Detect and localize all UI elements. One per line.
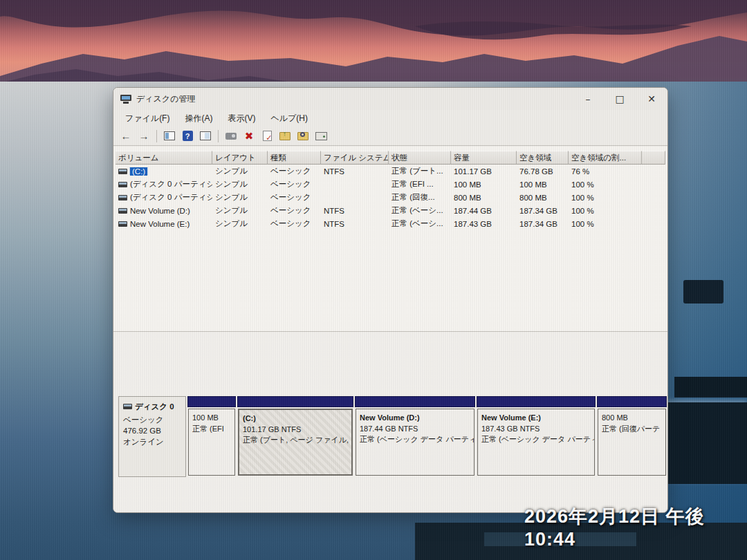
- column-header-freespace[interactable]: 空き領域: [517, 151, 569, 165]
- volume-list-pane: ボリューム レイアウト 種類 ファイル システム 状態 容量 空き領域 空き領域…: [113, 147, 667, 332]
- delete-icon: ✖: [245, 130, 254, 142]
- cell-freepct: 100 %: [569, 220, 642, 228]
- show-action-pane-button[interactable]: [197, 129, 214, 144]
- show-console-tree-button[interactable]: [161, 129, 178, 144]
- extend-volume-button[interactable]: ↑: [277, 129, 293, 144]
- cell-free: 100 MB: [517, 180, 569, 189]
- forward-button[interactable]: →: [136, 129, 152, 144]
- minimize-button[interactable]: –: [572, 88, 604, 110]
- help-button[interactable]: ?: [179, 129, 196, 144]
- table-row-d[interactable]: New Volume (D:) シンプル ベーシック NTFS 正常 (ベーシ.…: [116, 204, 665, 217]
- disk0-info-panel[interactable]: ディスク 0 ベーシック 476.92 GB オンライン: [118, 396, 186, 477]
- cell-status: 正常 (ブート...: [389, 166, 451, 176]
- back-button[interactable]: ←: [118, 129, 134, 144]
- column-header-layout[interactable]: レイアウト: [212, 151, 268, 165]
- toolbar: ← → ? ✖ ↑: [113, 127, 667, 146]
- cell-layout: シンプル: [212, 205, 268, 216]
- partition-title: (C:): [243, 413, 348, 424]
- cell-layout: シンプル: [212, 179, 268, 189]
- help-icon: ?: [183, 131, 193, 141]
- volume-table: ボリューム レイアウト 種類 ファイル システム 状態 容量 空き領域 空き領域…: [116, 151, 665, 230]
- partition-status: 正常 (回復パーテ: [602, 424, 662, 435]
- partition-size: 187.44 GB NTFS: [360, 424, 470, 435]
- cell-type: ベーシック: [268, 192, 321, 203]
- disk-name: ディスク 0: [135, 401, 174, 412]
- table-row-c[interactable]: (C:) シンプル ベーシック NTFS 正常 (ブート... 101.17 G…: [116, 165, 665, 178]
- volume-icon: [118, 195, 127, 200]
- cell-capacity: 800 MB: [451, 194, 517, 202]
- cell-freepct: 76 %: [569, 167, 642, 176]
- primary-partition-strip: [237, 396, 353, 407]
- column-header-volume[interactable]: ボリューム: [116, 151, 212, 165]
- cell-type: ベーシック: [268, 218, 321, 229]
- volume-name-selected: (C:): [130, 167, 147, 176]
- table-row-e[interactable]: New Volume (E:) シンプル ベーシック NTFS 正常 (ベーシ.…: [116, 217, 665, 230]
- partition-c[interactable]: (C:) 101.17 GB NTFS 正常 (ブート, ページ ファイル, ク…: [237, 396, 353, 477]
- disk-size: 476.92 GB: [123, 425, 181, 436]
- delete-volume-button[interactable]: ✖: [241, 129, 257, 144]
- cell-capacity: 187.44 GB: [451, 207, 517, 215]
- volume-icon: [118, 208, 127, 214]
- partition-e[interactable]: New Volume (E:) 187.43 GB NTFS 正常 (ベーシック…: [477, 396, 596, 477]
- cell-layout: シンプル: [212, 192, 268, 203]
- close-button[interactable]: ✕: [636, 88, 667, 110]
- disk0-graphical-view: ディスク 0 ベーシック 476.92 GB オンライン 100 MB 正常 (…: [117, 396, 667, 477]
- disk-management-window: ディスクの管理 – □ ✕ ファイル(F) 操作(A) 表示(V) ヘルプ(H)…: [113, 87, 668, 513]
- column-header-filesystem[interactable]: ファイル システム: [321, 151, 389, 165]
- volume-icon: [118, 221, 127, 227]
- column-header-status[interactable]: 状態: [389, 151, 451, 165]
- titlebar[interactable]: ディスクの管理 – □ ✕: [113, 88, 667, 110]
- refresh-icon: [225, 133, 237, 140]
- cell-layout: シンプル: [212, 218, 268, 229]
- cell-freepct: 100 %: [569, 180, 642, 189]
- partition-status: 正常 (ベーシック データ パーティショ: [360, 434, 470, 445]
- window-content: ボリューム レイアウト 種類 ファイル システム 状態 容量 空き領域 空き領域…: [113, 147, 667, 513]
- cell-status: 正常 (ベーシ...: [389, 218, 451, 229]
- partition-d[interactable]: New Volume (D:) 187.44 GB NTFS 正常 (ベーシック…: [355, 396, 475, 477]
- refresh-button[interactable]: [223, 129, 239, 144]
- toolbar-separator: [156, 130, 157, 142]
- column-header-capacity[interactable]: 容量: [451, 151, 517, 165]
- console-tree-icon: [164, 131, 175, 140]
- partition-efi[interactable]: 100 MB 正常 (EFI: [187, 396, 236, 477]
- cell-fs: NTFS: [321, 167, 389, 176]
- volume-name: New Volume (D:): [130, 207, 190, 215]
- cell-freepct: 100 %: [569, 207, 642, 215]
- window-title: ディスクの管理: [136, 93, 195, 105]
- menu-help[interactable]: ヘルプ(H): [264, 111, 314, 126]
- volume-icon: [118, 169, 127, 174]
- disk-status: オンライン: [123, 436, 181, 447]
- forward-icon: →: [139, 130, 149, 142]
- volume-table-header: ボリューム レイアウト 種類 ファイル システム 状態 容量 空き領域 空き領域…: [116, 151, 665, 165]
- maximize-button[interactable]: □: [604, 88, 636, 110]
- cell-fs: NTFS: [321, 220, 389, 228]
- partition-size: 800 MB: [602, 413, 662, 424]
- cell-status: 正常 (ベーシ...: [389, 205, 451, 216]
- column-header-freepct[interactable]: 空き領域の割...: [569, 151, 642, 165]
- menu-file[interactable]: ファイル(F): [119, 111, 176, 126]
- primary-partition-strip: [355, 396, 475, 407]
- mark-active-button[interactable]: [259, 129, 275, 144]
- explore-button[interactable]: [295, 129, 311, 144]
- partition-status: 正常 (EFI: [192, 424, 231, 435]
- volume-icon: [118, 182, 127, 187]
- menu-bar: ファイル(F) 操作(A) 表示(V) ヘルプ(H): [113, 110, 667, 127]
- properties-button[interactable]: [313, 129, 329, 144]
- partition-status: 正常 (ブート, ページ ファイル, クラ: [243, 435, 348, 446]
- cell-type: ベーシック: [268, 166, 321, 176]
- folder-up-icon: ↑: [279, 132, 290, 140]
- table-row-efi[interactable]: (ディスク 0 パーティショ... シンプル ベーシック 正常 (EFI ...…: [116, 178, 665, 191]
- disk-management-app-icon: [120, 95, 131, 104]
- partition-title: New Volume (D:): [360, 413, 470, 424]
- menu-view[interactable]: 表示(V): [221, 111, 261, 126]
- cell-free: 187.34 GB: [517, 207, 569, 215]
- menu-action[interactable]: 操作(A): [178, 111, 219, 126]
- action-pane-icon: [200, 131, 211, 140]
- partition-size: 187.43 GB NTFS: [481, 424, 591, 435]
- column-header-type[interactable]: 種類: [268, 151, 321, 165]
- table-row-recovery[interactable]: (ディスク 0 パーティショ... シンプル ベーシック 正常 (回復... 8…: [116, 191, 665, 204]
- cell-layout: シンプル: [212, 166, 268, 176]
- toolbar-separator: [218, 130, 219, 142]
- cell-type: ベーシック: [268, 179, 321, 189]
- partition-recovery[interactable]: 800 MB 正常 (回復パーテ: [597, 396, 667, 477]
